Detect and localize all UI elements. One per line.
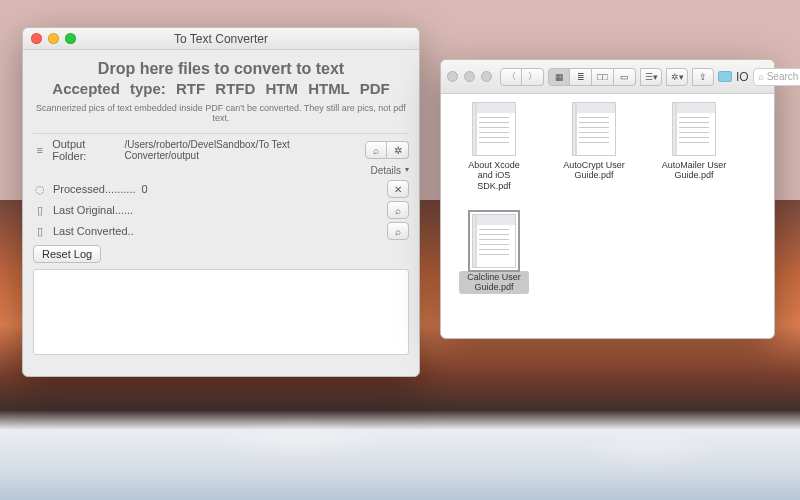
window-title: To Text Converter: [174, 32, 268, 46]
columns-icon: □□: [597, 72, 608, 82]
pdf-document-icon: [572, 102, 616, 156]
file-grid[interactable]: About Xcode and iOS SDK.pdfAutoCrypt Use…: [441, 94, 774, 302]
last-original-label: Last Original......: [53, 204, 133, 216]
view-coverflow-button[interactable]: ▭: [614, 68, 636, 86]
share-icon: ⇪: [699, 72, 707, 82]
last-converted-label: Last Converted..: [53, 225, 134, 237]
gear-icon: ✲▾: [671, 72, 684, 82]
magnifier-icon: ⌕: [395, 205, 401, 216]
file-name: About Xcode and iOS SDK.pdf: [459, 159, 529, 192]
arrange-button[interactable]: ☰▾: [640, 68, 662, 86]
close-icon[interactable]: [447, 71, 458, 82]
pdf-note: Scannerized pics of text embedded inside…: [33, 103, 409, 123]
chevron-left-icon: 〈: [507, 70, 516, 83]
accepted-types: Accepted type: RTF RTFD HTM HTML PDF: [33, 80, 409, 97]
processed-label: Processed..........: [53, 183, 136, 195]
separator: [33, 133, 409, 134]
processed-count: 0: [142, 183, 148, 195]
minimize-icon[interactable]: [48, 33, 59, 44]
file-item[interactable]: Calcline User Guide.pdf: [459, 214, 529, 294]
spinner-icon: ◌: [33, 183, 47, 196]
chevron-right-icon: 〉: [528, 70, 537, 83]
list-icon: ≣: [577, 72, 585, 82]
pdf-document-icon: [472, 102, 516, 156]
magnifier-icon: ⌕: [373, 145, 379, 156]
finder-toolbar: 〈 〉 ▦ ≣ □□ ▭ ☰▾ ✲▾ ⇪ IO: [441, 60, 774, 94]
share-button[interactable]: ⇪: [692, 68, 714, 86]
desktop-wallpaper: To Text Converter Drop here files to con…: [0, 0, 800, 500]
finder-window: 〈 〉 ▦ ≣ □□ ▭ ☰▾ ✲▾ ⇪ IO: [440, 59, 775, 339]
log-output[interactable]: [33, 269, 409, 355]
file-name: AutoMailer User Guide.pdf: [659, 159, 729, 182]
reveal-converted-button[interactable]: ⌕: [387, 222, 409, 240]
gear-icon: ✲: [394, 145, 402, 156]
reveal-original-button[interactable]: ⌕: [387, 201, 409, 219]
pdf-document-icon: [472, 214, 516, 268]
reveal-output-button[interactable]: ⌕: [365, 141, 387, 159]
folder-icon: ≡: [33, 144, 46, 156]
drop-heading: Drop here files to convert to text: [33, 60, 409, 78]
file-item[interactable]: AutoMailer User Guide.pdf: [659, 102, 729, 192]
view-icon-button[interactable]: ▦: [548, 68, 570, 86]
folder-icon: [718, 71, 732, 82]
view-list-button[interactable]: ≣: [570, 68, 592, 86]
document-icon: ▯: [33, 204, 47, 217]
details-toggle[interactable]: Details: [370, 165, 401, 176]
coverflow-icon: ▭: [620, 72, 629, 82]
action-button[interactable]: ✲▾: [666, 68, 688, 86]
close-x-icon: ✕: [394, 184, 402, 195]
pdf-document-icon: [672, 102, 716, 156]
view-mode-group: ▦ ≣ □□ ▭: [548, 68, 636, 86]
search-input[interactable]: ⌕ Search: [753, 68, 800, 86]
magnifier-icon: ⌕: [395, 226, 401, 237]
zoom-icon[interactable]: [65, 33, 76, 44]
arrange-group: ☰▾: [640, 68, 662, 86]
view-columns-button[interactable]: □□: [592, 68, 614, 86]
chevron-down-icon[interactable]: ▾: [405, 165, 409, 176]
document-icon: ▯: [33, 225, 47, 238]
titlebar[interactable]: To Text Converter: [23, 28, 419, 50]
close-icon[interactable]: [31, 33, 42, 44]
file-item[interactable]: AutoCrypt User Guide.pdf: [559, 102, 629, 192]
output-folder-path: /Users/roberto/DevelSandbox/To Text Conv…: [124, 139, 353, 161]
file-name: Calcline User Guide.pdf: [459, 271, 529, 294]
zoom-icon[interactable]: [481, 71, 492, 82]
settings-button[interactable]: ✲: [387, 141, 409, 159]
search-placeholder: Search: [767, 71, 799, 82]
converter-window: To Text Converter Drop here files to con…: [22, 27, 420, 377]
nav-back-forward: 〈 〉: [500, 68, 544, 86]
finder-title-text: IO: [736, 70, 749, 84]
arrange-icon: ☰▾: [645, 72, 658, 82]
clear-processed-button[interactable]: ✕: [387, 180, 409, 198]
minimize-icon[interactable]: [464, 71, 475, 82]
output-folder-label: Output Folder:: [52, 138, 118, 162]
magnifier-icon: ⌕: [758, 71, 764, 82]
action-group: ✲▾: [666, 68, 688, 86]
reset-log-button[interactable]: Reset Log: [33, 245, 101, 263]
file-item[interactable]: About Xcode and iOS SDK.pdf: [459, 102, 529, 192]
nav-forward-button[interactable]: 〉: [522, 68, 544, 86]
grid-icon: ▦: [555, 72, 564, 82]
file-name: AutoCrypt User Guide.pdf: [559, 159, 629, 182]
finder-title: IO: [718, 70, 749, 84]
share-group: ⇪: [692, 68, 714, 86]
nav-back-button[interactable]: 〈: [500, 68, 522, 86]
